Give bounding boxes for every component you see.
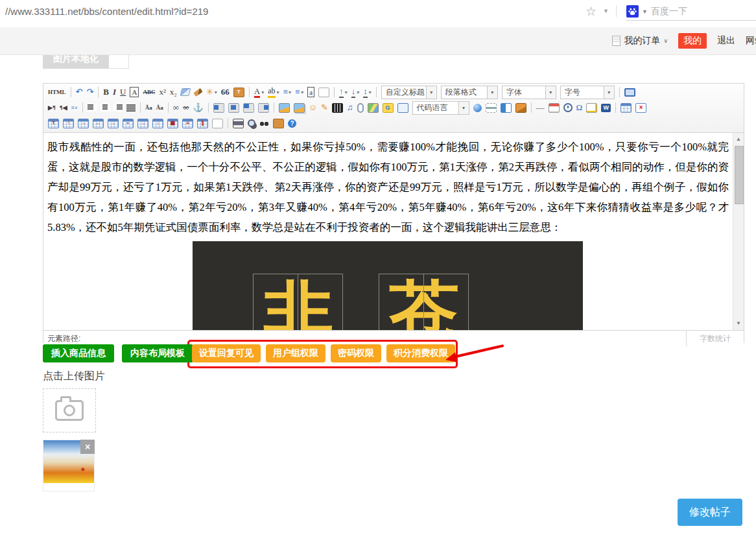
undo-icon[interactable]: ↶ (75, 86, 84, 99)
align-right-icon[interactable] (112, 101, 124, 114)
scrollbar-thumb[interactable] (735, 146, 744, 204)
insert-image-icon[interactable] (278, 101, 291, 114)
word-count-label[interactable]: 字数统计 (686, 331, 744, 346)
align-center-icon[interactable] (99, 101, 111, 114)
line-height-icon[interactable]: ↕▾ (362, 86, 373, 99)
image-center-icon[interactable] (227, 101, 241, 114)
paragraph-format-select[interactable]: 段落格式▾ (441, 86, 498, 99)
mine-badge[interactable]: 我的 (678, 33, 707, 49)
bold-icon[interactable]: B (102, 86, 110, 99)
video-icon[interactable] (331, 101, 344, 114)
custom-title-select[interactable]: 自定义标题▾ (381, 86, 437, 99)
webapp-icon[interactable] (472, 101, 483, 114)
paste-text-icon[interactable]: T (232, 86, 246, 99)
format-painter-icon[interactable] (193, 86, 204, 99)
unordered-list-icon[interactable]: ≡▾ (294, 86, 305, 99)
align-justify-icon[interactable] (125, 101, 137, 114)
upload-image-button[interactable] (43, 388, 96, 432)
remove-thumbnail-button[interactable]: × (80, 440, 95, 454)
editor-scrollbar[interactable]: ▲ ▼ (733, 133, 744, 330)
bookmark-star-icon[interactable]: ☆ (585, 4, 597, 19)
gmap-icon[interactable]: G (381, 101, 395, 114)
uploaded-thumbnail[interactable]: × (43, 440, 95, 492)
emoticon-icon[interactable]: ☺ (307, 101, 318, 114)
attachment-icon[interactable] (356, 101, 365, 114)
format-clear-icon[interactable] (180, 86, 191, 99)
merge-cells-icon[interactable]: ▪ (121, 117, 135, 130)
indent-icon[interactable]: ▶¶ (47, 101, 57, 114)
editor-text[interactable]: 股市残酷性的一面，还包括他那天然的不公正性，如果你亏掉50%，需要赚100%才能… (43, 133, 733, 330)
map-icon[interactable] (366, 101, 380, 114)
font-color-icon[interactable]: A▾ (253, 86, 265, 99)
time-icon[interactable] (562, 101, 574, 114)
table-title-icon[interactable]: T (47, 117, 60, 130)
blank-doc-icon[interactable] (317, 86, 331, 99)
image-inline-icon[interactable] (242, 101, 255, 114)
site-home-link[interactable]: 网站 (746, 35, 756, 47)
permission-button[interactable]: 密码权限 (331, 344, 381, 362)
font-family-select[interactable]: 字体▾ (502, 86, 556, 99)
insert-row-below-icon[interactable]: ↓ (151, 117, 165, 130)
content-button[interactable]: 内容布局模板 (122, 344, 193, 362)
align-left-icon[interactable] (86, 101, 98, 114)
split-rows-icon[interactable]: = (181, 117, 195, 130)
logout-link[interactable]: 退出 (717, 35, 735, 47)
image-float-left-icon[interactable] (212, 101, 226, 114)
horizontal-rule-icon[interactable]: — (535, 101, 546, 114)
redo-icon[interactable]: ↷ (85, 86, 95, 99)
template-icon[interactable] (499, 101, 513, 114)
direction-ltr-icon[interactable]: Âa (144, 101, 154, 114)
multi-image-icon[interactable] (292, 101, 306, 114)
scroll-up-icon[interactable]: ▲ (733, 134, 744, 145)
permission-button[interactable]: 用户组权限 (266, 344, 325, 362)
ordered-list-icon[interactable]: ≡▾ (282, 86, 292, 99)
search-replace-icon[interactable] (258, 117, 270, 130)
spacing-after-icon[interactable]: ↓▾ (350, 86, 361, 99)
scroll-down-icon[interactable]: ▼ (733, 318, 744, 329)
bookmark-dropdown-icon[interactable]: ▼ (603, 8, 609, 14)
font-border-icon[interactable]: A (128, 86, 140, 99)
insert-frame-icon[interactable] (396, 101, 410, 114)
content-button[interactable]: 插入商品信息 (43, 344, 114, 362)
page-break-icon[interactable] (484, 101, 498, 114)
fullscreen-icon[interactable] (623, 86, 637, 99)
submit-post-button[interactable]: 修改帖子 (678, 499, 742, 526)
font-size-select[interactable]: 字号▾ (560, 86, 615, 99)
outdent-icon[interactable]: ¶◀ (58, 101, 69, 114)
embedded-content-image[interactable]: 非 非 苍 苍 (193, 241, 583, 330)
insert-col-right-icon[interactable]: → (136, 117, 150, 130)
auto-anchor-icon[interactable]: a (306, 86, 316, 99)
link-icon[interactable]: ∞ (172, 101, 180, 114)
strikethrough-icon[interactable]: ABC (141, 86, 156, 99)
search-placeholder[interactable]: 百度一下 (651, 6, 687, 18)
source-icon[interactable]: HTML (47, 86, 67, 99)
my-orders-link[interactable]: 我的订单 ∨ (612, 35, 668, 47)
image-float-right-icon[interactable] (257, 101, 270, 114)
screenshot-icon[interactable] (514, 101, 528, 114)
code-language-select[interactable]: 代码语言▾ (412, 101, 469, 115)
insert-paragraph-icon[interactable]: ≡+ (70, 101, 79, 114)
delete-table-icon[interactable]: × (634, 101, 648, 114)
word-image-icon[interactable]: W (600, 101, 612, 114)
superscript-icon[interactable]: x² (158, 86, 167, 99)
autotypeset-icon[interactable]: ✳▾ (205, 86, 219, 99)
insert-row-above-icon[interactable]: ↑ (62, 117, 75, 130)
scrawl-icon[interactable]: ✎ (320, 101, 329, 114)
address-url[interactable]: //www.333111.net/bbs/content/edit.html?i… (5, 6, 208, 17)
insert-row-icon[interactable]: ↓ (106, 117, 120, 130)
date-icon[interactable] (547, 101, 561, 114)
anchor-icon[interactable]: ⚓ (191, 101, 204, 114)
editor-content-area[interactable]: 股市残酷性的一面，还包括他那天然的不公正性，如果你亏掉50%，需要赚100%才能… (43, 133, 744, 331)
print-icon[interactable] (231, 117, 245, 130)
italic-icon[interactable]: I (112, 86, 117, 99)
page-icon[interactable] (211, 117, 224, 130)
help-icon[interactable]: ? (287, 117, 298, 130)
subscript-icon[interactable]: x₂ (169, 86, 178, 99)
music-icon[interactable]: ♫ (346, 101, 355, 114)
insert-table-icon[interactable] (619, 101, 633, 114)
blockquote-icon[interactable]: 66 (220, 86, 231, 99)
split-cols-icon[interactable]: ∥ (196, 117, 209, 130)
preview-icon[interactable] (246, 117, 257, 130)
underline-icon[interactable]: U (119, 86, 127, 99)
insert-col-icon[interactable]: → (77, 117, 90, 130)
